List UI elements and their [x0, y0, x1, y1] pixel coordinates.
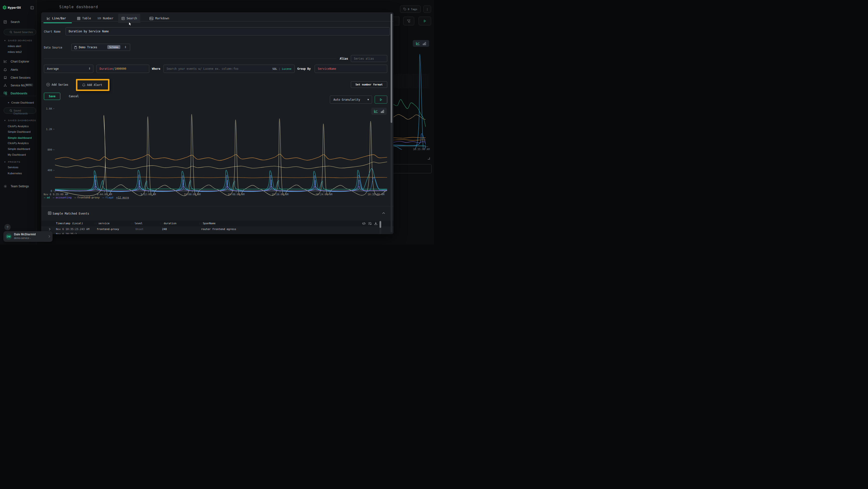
app-root: Simple dashboard 0 Tags ⋮ 10:35:00 AM Hy… — [0, 0, 434, 244]
aggregation-select[interactable]: Average ▲▼ — [44, 65, 93, 73]
tags-button[interactable]: 0 Tags — [400, 5, 421, 13]
lucene-mode-toggle[interactable]: Lucene — [282, 67, 291, 70]
legend-more-link[interactable]: +12 more — [116, 196, 129, 199]
collapse-chevron-icon[interactable] — [382, 212, 385, 214]
sidebar-item-alerts[interactable]: Alerts — [0, 67, 36, 73]
column-header-timestamp[interactable]: Timestamp (Local) — [56, 222, 83, 225]
column-header-service[interactable]: ⋮⋮service — [94, 222, 110, 225]
alias-input[interactable]: Series alias — [351, 55, 387, 62]
tab-line-bar[interactable]: Line/Bar — [43, 14, 69, 23]
legend-swatch: — — [53, 196, 55, 199]
column-header-spanname[interactable]: ⋮⋮SpanName — [198, 222, 216, 225]
dashboards-icon — [4, 92, 7, 95]
dashboard-item[interactable]: ClickPy Analytics — [8, 142, 29, 145]
bell-icon — [4, 68, 7, 71]
sidebar-item-client-sessions[interactable]: Client Sessions — [0, 76, 36, 80]
chevron-right-icon — [49, 235, 50, 238]
saved-searches-input[interactable]: Saved Searches — [4, 29, 36, 35]
dashboard-item-active[interactable]: Simple dashboard — [8, 136, 32, 139]
search-icon — [10, 31, 12, 33]
background-x-axis-label: 10:35:00 AM — [400, 148, 430, 151]
sql-mode-toggle[interactable]: SQL — [273, 67, 277, 70]
run-chart-button[interactable] — [375, 95, 387, 104]
user-menu[interactable]: DM Dale McDiarmid demo-service - — [3, 231, 53, 242]
plus-icon: + — [8, 101, 9, 104]
where-search-input[interactable]: Search your events w/ Lucene ex. column:… — [163, 65, 294, 73]
create-dashboard-button[interactable]: +Create Dashboard — [8, 101, 34, 104]
wrap-text-icon[interactable] — [368, 222, 372, 225]
column-header-level[interactable]: ⋮⋮level — [130, 222, 143, 225]
filter-button[interactable] — [403, 17, 414, 25]
kebab-menu-button[interactable]: ⋮ — [424, 5, 431, 13]
set-number-format-button[interactable]: Set number format — [351, 81, 387, 88]
sidebar-item-search[interactable]: Search — [0, 20, 36, 25]
tile-resize-handle[interactable] — [428, 157, 430, 160]
tab-search[interactable]: Search — [118, 14, 140, 23]
sidebar-divider — [0, 96, 36, 96]
sidebar-item-dashboards[interactable]: Dashboards — [0, 91, 36, 96]
saved-search-item[interactable]: mikes tets2 — [8, 51, 22, 53]
legend-item: —frontend-proxy — [74, 196, 100, 199]
saved-dashboards-header[interactable]: ▾ SAVED DASHBOARDS — [8, 119, 36, 122]
drag-handle-icon[interactable]: ⋮⋮ — [159, 223, 163, 225]
user-org: demo-service - — [14, 236, 31, 239]
dashboard-item[interactable]: My Dashboard — [8, 153, 26, 156]
svg-text:10:00:00 AM: 10:00:00 AM — [184, 193, 200, 196]
chevron-down-icon: ▼ — [368, 98, 369, 101]
granularity-select[interactable]: Auto Granularity ▼ — [330, 95, 372, 104]
tab-number[interactable]: 123 Number — [94, 14, 117, 23]
chart-name-input[interactable]: Duration by Service Name — [66, 27, 390, 35]
drag-handle-icon[interactable]: ⋮⋮ — [94, 223, 97, 225]
cancel-button[interactable]: Cancel — [65, 93, 82, 100]
chevron-down-icon: ▾ — [4, 119, 6, 122]
sidebar-item-service-map[interactable]: Service Map BETA — [0, 83, 36, 88]
save-button[interactable]: Save — [44, 93, 60, 100]
avatar: DM — [5, 233, 12, 240]
duration-by-service-chart[interactable]: Nov 6 9:35:00 AM9:44:00 AM9:52:00 AM10:0… — [42, 106, 390, 203]
sidebar-item-chart-explorer[interactable]: Chart Explorer — [0, 59, 36, 64]
preset-item[interactable]: Services — [8, 166, 18, 169]
chevron-down-icon: ▾ — [4, 161, 6, 163]
tab-markdown[interactable]: Markdown — [146, 14, 173, 23]
dashboard-item[interactable]: Simple dashboard — [8, 147, 30, 150]
events-scrollbar-thumb[interactable] — [379, 221, 381, 228]
expand-chevron-icon[interactable] — [49, 228, 51, 230]
data-source-select[interactable]: Demo Traces Schema ▲▼ — [71, 44, 130, 51]
drag-handle-icon[interactable]: ⋮⋮ — [130, 223, 133, 225]
tags-label: 0 Tags — [408, 8, 417, 11]
legend-item: —flagd — [102, 196, 113, 199]
add-series-button[interactable]: Add Series — [46, 83, 68, 86]
add-alert-button[interactable]: Add Alert — [82, 83, 102, 87]
collapse-sidebar-icon[interactable] — [30, 6, 34, 9]
drag-handle-icon[interactable]: ⋮⋮ — [198, 223, 202, 225]
brand-name[interactable]: HyperDX — [8, 6, 21, 9]
group-by-input[interactable]: ServiceName — [315, 65, 387, 73]
saved-dashboards-placeholder: Saved Dashboards — [13, 109, 36, 115]
sidebar: HyperDX Search Saved Searches ▾ SAVED SE… — [0, 0, 36, 244]
background-tile-chart — [394, 34, 434, 150]
preset-item[interactable]: Kubernetes — [8, 172, 22, 175]
saved-searches-header[interactable]: ▾ SAVED SEARCHES — [8, 39, 32, 42]
group-by-label: Group By — [297, 67, 311, 70]
background-chart-type-toggle[interactable] — [413, 40, 429, 47]
saved-dashboards-input[interactable]: Saved Dashboards — [4, 107, 36, 114]
column-header-duration[interactable]: ⋮⋮duration — [159, 222, 177, 225]
dashboard-item[interactable]: Simple Dashboard — [8, 130, 31, 133]
run-query-button[interactable] — [418, 17, 431, 25]
modal-scrollbar-thumb[interactable] — [391, 14, 392, 123]
table-icon — [77, 17, 80, 20]
presets-header[interactable]: ▾ PRESETS — [8, 161, 20, 163]
tag-icon — [403, 8, 406, 10]
background-tile-2 — [388, 164, 432, 173]
sidebar-item-team-settings[interactable]: Team Settings — [0, 184, 36, 189]
expression-input[interactable]: Duration/1000000 — [96, 65, 149, 73]
download-icon[interactable] — [374, 222, 377, 225]
dashboard-item[interactable]: ClickPy Analytics — [8, 125, 29, 128]
code-icon[interactable] — [362, 222, 366, 225]
svg-text:Nov 6 9:35:00 AM: Nov 6 9:35:00 AM — [44, 193, 68, 196]
circle-plus-icon — [46, 83, 50, 86]
help-button[interactable]: ? — [4, 224, 10, 230]
saved-search-item[interactable]: mikes alert — [8, 45, 21, 48]
tab-table[interactable]: Table — [74, 14, 94, 23]
svg-text:400: 400 — [48, 169, 52, 172]
